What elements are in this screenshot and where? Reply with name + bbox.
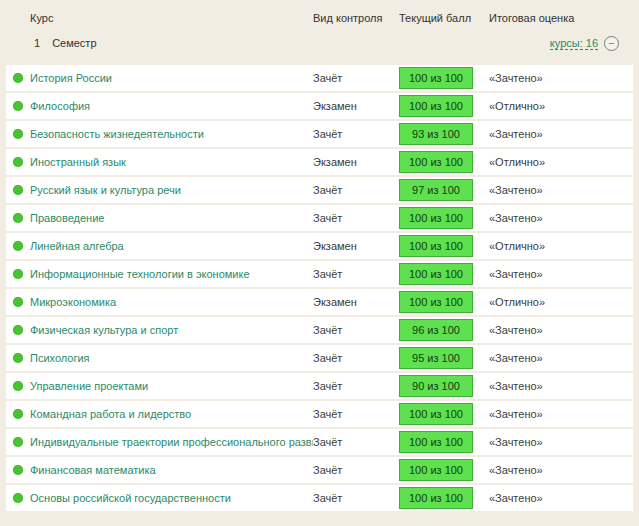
- table-row: Линейная алгебра Экзамен 100 из 100 «Отл…: [6, 233, 633, 259]
- control-type: Зачёт: [313, 380, 399, 392]
- course-status-dot-icon: [13, 381, 23, 391]
- course-cell: Линейная алгебра: [30, 240, 313, 252]
- score-badge: 100 из 100: [399, 263, 473, 285]
- control-type: Зачёт: [313, 464, 399, 476]
- score-cell: 100 из 100: [399, 205, 489, 231]
- score-cell: 100 из 100: [399, 65, 489, 91]
- control-type: Зачёт: [313, 268, 399, 280]
- table-row: Основы российской государственности Зачё…: [6, 485, 633, 511]
- score-cell: 95 из 100: [399, 345, 489, 371]
- control-type: Экзамен: [313, 100, 399, 112]
- course-cell: Финансовая математика: [30, 464, 313, 476]
- status-cell: [6, 437, 30, 447]
- table-row: Иностранный язык Экзамен 100 из 100 «Отл…: [6, 149, 633, 175]
- score-badge: 100 из 100: [399, 403, 473, 425]
- course-link[interactable]: Информационные технологии в экономике: [30, 268, 250, 280]
- final-grade: «Зачтено»: [489, 464, 575, 476]
- semester-group-row: 1 Семестр курсы: 16 −: [6, 30, 633, 56]
- score-badge: 97 из 100: [399, 179, 473, 201]
- table-row: Командная работа и лидерство Зачёт 100 и…: [6, 401, 633, 427]
- course-cell: Безопасность жизнедеятельности: [30, 128, 313, 140]
- score-badge: 100 из 100: [399, 291, 473, 313]
- course-status-dot-icon: [13, 353, 23, 363]
- table-row: Индивидуальные траектории профессиональн…: [6, 429, 633, 455]
- course-link[interactable]: Управление проектами: [30, 380, 148, 392]
- semester-number: 1: [34, 37, 40, 49]
- course-cell: Информационные технологии в экономике: [30, 268, 313, 280]
- control-type: Зачёт: [313, 72, 399, 84]
- course-status-dot-icon: [13, 269, 23, 279]
- status-cell: [6, 353, 30, 363]
- control-type: Зачёт: [313, 184, 399, 196]
- course-link[interactable]: История России: [30, 72, 112, 84]
- course-status-dot-icon: [13, 73, 23, 83]
- courses-count-link[interactable]: курсы: 16: [550, 37, 598, 50]
- semester-label: Семестр: [52, 37, 96, 49]
- score-cell: 96 из 100: [399, 317, 489, 343]
- table-row: Информационные технологии в экономике За…: [6, 261, 633, 287]
- score-badge: 100 из 100: [399, 235, 473, 257]
- collapse-minus-icon[interactable]: −: [604, 36, 619, 51]
- course-link[interactable]: Индивидуальные траектории профессиональн…: [30, 436, 313, 448]
- course-link[interactable]: Русский язык и культура речи: [30, 184, 181, 196]
- score-badge: 100 из 100: [399, 95, 473, 117]
- course-status-dot-icon: [13, 409, 23, 419]
- course-cell: Русский язык и культура речи: [30, 184, 313, 196]
- status-cell: [6, 213, 30, 223]
- table-row: Правоведение Зачёт 100 из 100 «Зачтено»: [6, 205, 633, 231]
- control-type: Зачёт: [313, 436, 399, 448]
- course-status-dot-icon: [13, 465, 23, 475]
- control-type: Экзамен: [313, 240, 399, 252]
- course-status-dot-icon: [13, 157, 23, 167]
- course-link[interactable]: Финансовая математика: [30, 464, 156, 476]
- course-cell: Управление проектами: [30, 380, 313, 392]
- final-grade: «Отлично»: [489, 156, 575, 168]
- score-cell: 90 из 100: [399, 373, 489, 399]
- score-badge: 100 из 100: [399, 151, 473, 173]
- course-link[interactable]: Микроэкономика: [30, 296, 116, 308]
- final-grade: «Зачтено»: [489, 72, 575, 84]
- score-badge: 100 из 100: [399, 487, 473, 509]
- status-cell: [6, 297, 30, 307]
- course-status-dot-icon: [13, 213, 23, 223]
- course-link[interactable]: Физическая культура и спорт: [30, 324, 178, 336]
- score-cell: 93 из 100: [399, 121, 489, 147]
- course-link[interactable]: Основы российской государственности: [30, 492, 231, 504]
- course-link[interactable]: Иностранный язык: [30, 156, 126, 168]
- score-cell: 100 из 100: [399, 233, 489, 259]
- header-course: Курс: [30, 12, 313, 24]
- score-cell: 100 из 100: [399, 261, 489, 287]
- control-type: Зачёт: [313, 408, 399, 420]
- course-status-dot-icon: [13, 241, 23, 251]
- course-cell: Физическая культура и спорт: [30, 324, 313, 336]
- score-badge: 100 из 100: [399, 431, 473, 453]
- course-status-dot-icon: [13, 129, 23, 139]
- score-cell: 100 из 100: [399, 401, 489, 427]
- course-link[interactable]: Командная работа и лидерство: [30, 408, 191, 420]
- control-type: Экзамен: [313, 296, 399, 308]
- course-link[interactable]: Линейная алгебра: [30, 240, 124, 252]
- course-link[interactable]: Безопасность жизнедеятельности: [30, 128, 204, 140]
- course-status-dot-icon: [13, 297, 23, 307]
- status-cell: [6, 101, 30, 111]
- table-row: Физическая культура и спорт Зачёт 96 из …: [6, 317, 633, 343]
- status-cell: [6, 73, 30, 83]
- score-cell: 100 из 100: [399, 149, 489, 175]
- score-badge: 95 из 100: [399, 347, 473, 369]
- status-cell: [6, 157, 30, 167]
- course-link[interactable]: Психология: [30, 352, 90, 364]
- course-link[interactable]: Правоведение: [30, 212, 104, 224]
- table-row: Микроэкономика Экзамен 100 из 100 «Отлич…: [6, 289, 633, 315]
- table-row: Русский язык и культура речи Зачёт 97 из…: [6, 177, 633, 203]
- score-badge: 96 из 100: [399, 319, 473, 341]
- table-row: Управление проектами Зачёт 90 из 100 «За…: [6, 373, 633, 399]
- course-cell: Микроэкономика: [30, 296, 313, 308]
- course-status-dot-icon: [13, 437, 23, 447]
- final-grade: «Зачтено»: [489, 408, 575, 420]
- course-link[interactable]: Философия: [30, 100, 90, 112]
- score-cell: 100 из 100: [399, 289, 489, 315]
- status-cell: [6, 465, 30, 475]
- course-cell: Основы российской государственности: [30, 492, 313, 504]
- score-cell: 100 из 100: [399, 457, 489, 483]
- course-cell: Философия: [30, 100, 313, 112]
